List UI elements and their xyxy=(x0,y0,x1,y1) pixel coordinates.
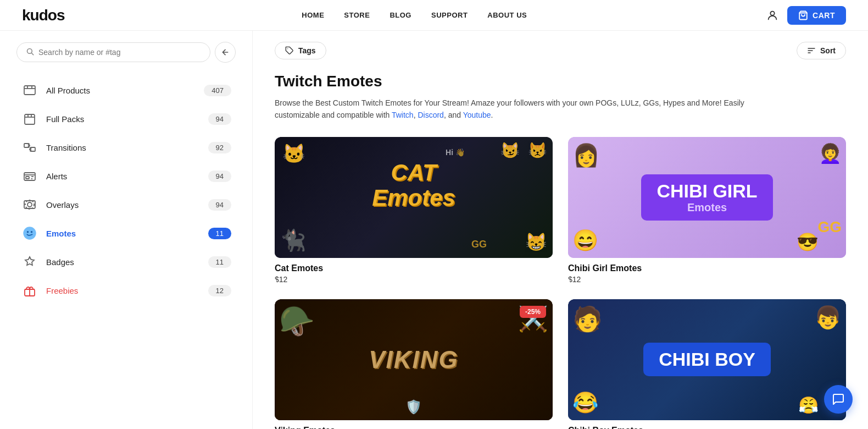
product-card-cat-emotes[interactable]: 🐱 😼 😾 🐈‍⬛ 😸 CATEmotes GG Hi 👋 Cat Emotes… xyxy=(275,137,553,284)
nav-store[interactable]: STORE xyxy=(344,11,370,19)
tags-label: Tags xyxy=(298,46,316,55)
chibi-girl-subtitle: Emotes xyxy=(656,201,757,214)
alerts-label: Alerts xyxy=(46,172,201,181)
viking-title: VIKING xyxy=(369,346,459,373)
header-right: CART xyxy=(764,6,846,25)
svg-point-0 xyxy=(770,11,774,15)
cart-button[interactable]: CART xyxy=(787,6,846,25)
badges-count: 11 xyxy=(208,256,231,268)
chibi-girl-image: 👩 👩‍🦱 😎 😄 GG CHIBI GIRL Emotes xyxy=(568,137,846,258)
sidebar-item-transitions[interactable]: Transitions 92 xyxy=(16,133,236,162)
user-account-button[interactable] xyxy=(764,7,781,24)
main-nav: HOME STORE BLOG SUPPORT ABOUT US xyxy=(302,11,527,19)
product-grid: 🐱 😼 😾 🐈‍⬛ 😸 CATEmotes GG Hi 👋 Cat Emotes… xyxy=(275,137,846,429)
sidebar-item-emotes[interactable]: Emotes 11 xyxy=(16,219,236,248)
viking-image: 🪖 ⚔️ 🛡️ VIKING -25% xyxy=(275,299,553,420)
page-description: Browse the Best Custom Twitch Emotes for… xyxy=(275,97,747,122)
emotes-label: Emotes xyxy=(46,229,201,238)
chat-support-button[interactable] xyxy=(824,385,853,414)
emotes-icon xyxy=(21,224,38,242)
svg-point-15 xyxy=(27,202,32,207)
viking-discount-badge: -25% xyxy=(520,306,546,318)
freebies-icon xyxy=(21,282,38,299)
tags-button[interactable]: Tags xyxy=(275,42,326,59)
overlays-label: Overlays xyxy=(46,200,201,210)
sidebar-item-alerts[interactable]: Alerts 94 xyxy=(16,162,236,190)
all-products-count: 407 xyxy=(204,85,231,96)
sort-button[interactable]: Sort xyxy=(797,42,846,59)
svg-rect-12 xyxy=(26,177,29,179)
all-products-icon xyxy=(21,81,38,99)
all-products-label: All Products xyxy=(46,86,196,95)
nav-home[interactable]: HOME xyxy=(302,11,324,19)
chat-icon xyxy=(832,393,845,406)
viking-name: Viking Emotes xyxy=(275,426,553,429)
search-icon xyxy=(26,47,34,57)
full-packs-label: Full Packs xyxy=(46,114,201,124)
sort-icon xyxy=(807,46,816,55)
sort-label: Sort xyxy=(820,46,836,55)
svg-line-3 xyxy=(31,53,33,54)
svg-point-17 xyxy=(25,200,34,209)
nav-blog[interactable]: BLOG xyxy=(390,11,411,19)
content-top-bar: Tags Sort xyxy=(275,42,846,59)
youtube-link[interactable]: Youtube xyxy=(463,111,491,119)
transitions-count: 92 xyxy=(208,142,231,153)
cart-icon xyxy=(798,10,808,20)
back-arrow-icon xyxy=(221,48,230,57)
sidebar-item-overlays[interactable]: Overlays 94 xyxy=(16,190,236,219)
sidebar-item-full-packs[interactable]: Full Packs 94 xyxy=(16,105,236,133)
sidebar-item-freebies[interactable]: Freebies 12 xyxy=(16,276,236,305)
chibi-girl-price: $12 xyxy=(568,275,846,284)
emotes-count: 11 xyxy=(208,228,231,239)
header: kudos HOME STORE BLOG SUPPORT ABOUT US C… xyxy=(0,0,868,31)
svg-point-19 xyxy=(27,231,29,233)
full-packs-count: 94 xyxy=(208,113,231,125)
transitions-label: Transitions xyxy=(46,143,201,152)
search-input-wrap[interactable] xyxy=(16,42,210,62)
search-input[interactable] xyxy=(38,48,201,57)
main-content: Tags Sort Twitch Emotes Browse the Best … xyxy=(253,31,868,429)
sidebar-item-all-products[interactable]: All Products 407 xyxy=(16,76,236,105)
nav-about[interactable]: ABOUT US xyxy=(487,11,527,19)
cat-emotes-image: 🐱 😼 😾 🐈‍⬛ 😸 CATEmotes GG Hi 👋 xyxy=(275,137,553,258)
chibi-boy-image: 🧑 👦 😤 😂 CHIBI BOY xyxy=(568,299,846,420)
nav-support[interactable]: SUPPORT xyxy=(431,11,468,19)
svg-rect-8 xyxy=(25,114,35,124)
full-packs-icon xyxy=(21,110,38,128)
discord-link[interactable]: Discord xyxy=(418,111,443,119)
chibi-boy-name: Chibi Boy Emotes xyxy=(568,426,846,429)
sidebar-item-badges[interactable]: Badges 11 xyxy=(16,248,236,276)
search-bar xyxy=(16,42,236,63)
chibi-boy-title: CHIBI BOY xyxy=(659,349,755,370)
alerts-count: 94 xyxy=(208,170,231,182)
page-title: Twitch Emotes xyxy=(275,73,846,90)
overlays-icon xyxy=(21,196,38,213)
overlays-count: 94 xyxy=(208,199,231,211)
tag-icon xyxy=(285,46,294,55)
badges-icon xyxy=(21,253,38,271)
main-layout: All Products 407 Full Packs 94 xyxy=(0,31,868,429)
product-card-chibi-girl-emotes[interactable]: 👩 👩‍🦱 😎 😄 GG CHIBI GIRL Emotes Chibi Gir… xyxy=(568,137,846,284)
badges-label: Badges xyxy=(46,257,201,267)
product-card-chibi-boy-emotes[interactable]: 🧑 👦 😤 😂 CHIBI BOY Chibi Boy Emotes $12 xyxy=(568,299,846,429)
svg-point-18 xyxy=(23,227,36,239)
freebies-count: 12 xyxy=(208,285,231,296)
alerts-icon xyxy=(21,167,38,185)
logo[interactable]: kudos xyxy=(22,7,64,24)
user-icon xyxy=(766,9,778,21)
twitch-link[interactable]: Twitch xyxy=(392,111,414,119)
sidebar: All Products 407 Full Packs 94 xyxy=(0,31,253,429)
freebies-label: Freebies xyxy=(46,286,201,295)
svg-point-20 xyxy=(31,231,33,233)
back-button[interactable] xyxy=(215,42,236,63)
chibi-girl-title: CHIBI GIRL xyxy=(656,181,757,201)
chibi-girl-name: Chibi Girl Emotes xyxy=(568,263,846,273)
cat-emotes-price: $12 xyxy=(275,275,553,284)
product-card-viking-emotes[interactable]: 🪖 ⚔️ 🛡️ VIKING -25% Viking Emotes $9 xyxy=(275,299,553,429)
transitions-icon xyxy=(21,139,38,156)
cart-label: CART xyxy=(813,11,835,20)
svg-rect-4 xyxy=(24,86,35,95)
cat-emotes-name: Cat Emotes xyxy=(275,263,553,273)
